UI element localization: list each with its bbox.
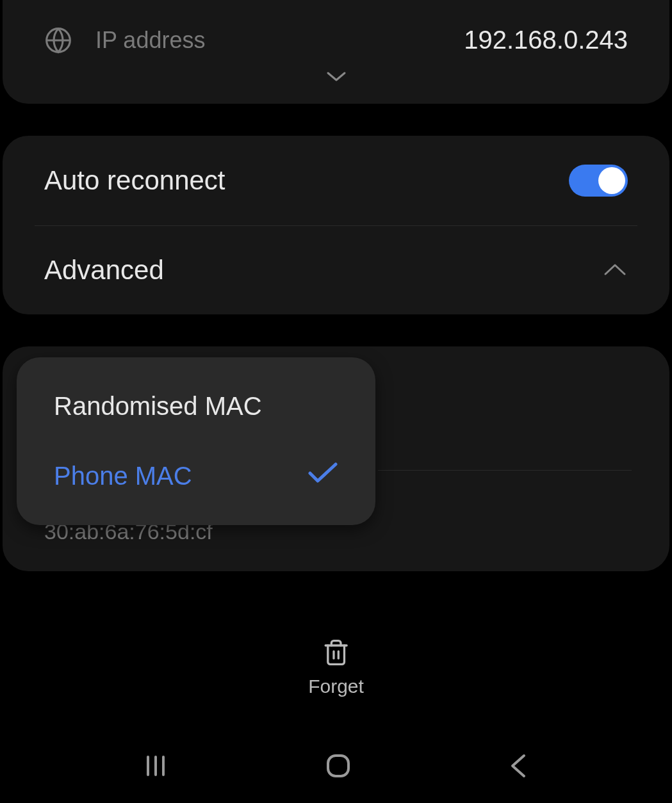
divider xyxy=(378,470,632,471)
home-button[interactable] xyxy=(323,750,354,784)
advanced-row[interactable]: Advanced xyxy=(3,226,669,314)
mac-type-popup: Randomised MAC Phone MAC xyxy=(17,357,375,525)
checkmark-icon xyxy=(307,462,338,491)
auto-reconnect-toggle[interactable] xyxy=(569,165,628,197)
chevron-down-icon[interactable] xyxy=(325,70,347,86)
recents-button[interactable] xyxy=(140,750,171,784)
auto-reconnect-label: Auto reconnect xyxy=(44,165,569,196)
ip-address-card: IP address 192.168.0.243 xyxy=(3,0,669,104)
ip-address-label: IP address xyxy=(95,27,464,54)
toggle-knob xyxy=(598,167,625,194)
ip-address-value: 192.168.0.243 xyxy=(464,26,628,54)
chevron-up-icon xyxy=(602,259,628,282)
ip-address-row[interactable]: IP address 192.168.0.243 xyxy=(3,0,669,54)
advanced-label: Advanced xyxy=(44,255,602,286)
back-button[interactable] xyxy=(506,750,532,784)
settings-card: Auto reconnect Advanced xyxy=(3,136,669,314)
forget-label: Forget xyxy=(308,676,364,697)
trash-icon xyxy=(322,638,350,667)
svg-rect-7 xyxy=(328,756,348,776)
popup-option-label: Phone MAC xyxy=(54,462,192,491)
globe-icon xyxy=(44,26,72,54)
auto-reconnect-row[interactable]: Auto reconnect xyxy=(3,136,669,225)
navigation-bar xyxy=(0,750,672,784)
forget-button[interactable]: Forget xyxy=(308,638,364,697)
popup-option-phone-mac[interactable]: Phone MAC xyxy=(17,441,375,511)
popup-option-randomised-mac[interactable]: Randomised MAC xyxy=(17,371,375,441)
popup-option-label: Randomised MAC xyxy=(54,392,262,421)
